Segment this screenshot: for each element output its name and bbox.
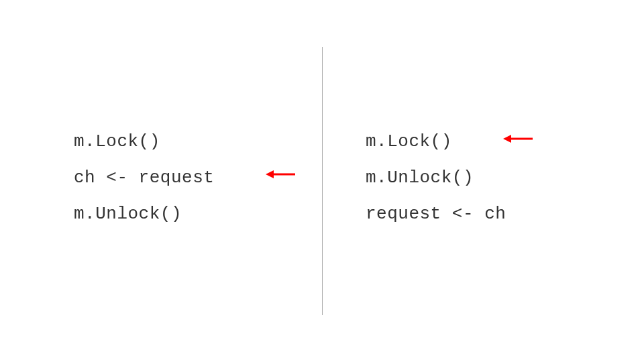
left-column: m.Lock() ch <- request m.Unlock() xyxy=(74,131,214,225)
code-line: m.Lock() xyxy=(74,131,214,154)
arrow-left-icon xyxy=(503,134,533,143)
code-line: m.Lock() xyxy=(366,131,506,154)
code-line: request <- ch xyxy=(366,203,506,226)
diagram-container: m.Lock() ch <- request m.Unlock() m.Lock… xyxy=(0,0,644,362)
vertical-divider xyxy=(322,47,323,315)
arrow-left-icon xyxy=(266,170,295,179)
code-line: ch <- request xyxy=(74,167,214,190)
svg-marker-1 xyxy=(266,170,274,178)
code-line: m.Unlock() xyxy=(366,167,506,190)
code-line: m.Unlock() xyxy=(74,203,214,226)
right-column: m.Lock() m.Unlock() request <- ch xyxy=(366,131,506,225)
svg-marker-3 xyxy=(503,135,511,143)
